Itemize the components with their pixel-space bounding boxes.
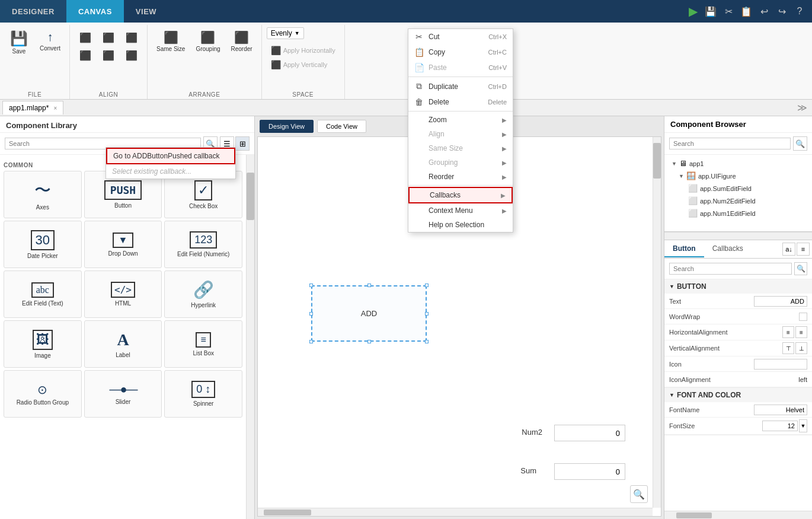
cm-callbacks[interactable]: Callbacks ▶ — [408, 187, 513, 203]
handle-ml[interactable] — [309, 312, 313, 316]
comp-browser-search-button[interactable]: 🔍 — [793, 136, 807, 151]
comp-browser-search-input[interactable] — [669, 138, 791, 149]
align-top-button[interactable]: ⬛ — [75, 47, 96, 63]
props-hscroll[interactable] — [664, 511, 812, 519]
callbacks-submenu-item1[interactable]: Go to ADDButtonPushed callback — [106, 148, 235, 164]
props-sort-az[interactable]: a↓ — [782, 243, 795, 256]
comp-item-axes[interactable]: 〜 Axes — [4, 171, 82, 218]
tree-item-num2edit[interactable]: ⬜ app.Num2EditField — [667, 195, 810, 207]
callbacks-submenu-item2[interactable]: Select existing callback... — [106, 164, 235, 179]
apply-h-button[interactable]: ⬛ Apply Horizontally — [267, 44, 340, 57]
cm-delete[interactable]: 🗑 Delete Delete — [408, 94, 513, 110]
fontname-prop-input[interactable] — [754, 405, 807, 415]
cm-paste[interactable]: 📄 Paste Ctrl+V — [408, 60, 513, 75]
tab-canvas[interactable]: CANVAS — [66, 0, 124, 23]
comp-item-datepicker[interactable]: 30 Date Picker — [4, 221, 82, 268]
handle-mr[interactable] — [425, 312, 429, 316]
num2-input[interactable]: 0 — [554, 425, 625, 441]
code-view-button[interactable]: Code View — [317, 120, 366, 133]
comp-item-image[interactable]: 🖼 Image — [4, 320, 82, 368]
design-view-button[interactable]: Design View — [260, 120, 314, 133]
halign-left-btn[interactable]: ≡ — [782, 326, 794, 338]
add-button-element[interactable]: ADD — [311, 285, 427, 342]
icon-prop-input[interactable] — [754, 359, 807, 370]
props-search-button[interactable]: 🔍 — [794, 262, 807, 275]
tree-item-sumedit[interactable]: ⬜ app.SumEditField — [667, 182, 810, 195]
handle-tr[interactable] — [425, 284, 429, 287]
cm-context-menu[interactable]: Context Menu ▶ — [408, 203, 513, 218]
props-tab-callbacks[interactable]: Callbacks — [704, 241, 752, 257]
comp-item-label[interactable]: A Label — [84, 320, 162, 368]
valign-center-btn[interactable]: ⊥ — [795, 342, 807, 354]
sum-input[interactable]: 0 — [554, 463, 625, 480]
same-size-button[interactable]: ⬛ Same Size — [152, 27, 189, 55]
tree-item-uifigure[interactable]: ▼ 🪟 app.UIFigure — [667, 170, 810, 182]
copy-toolbar-button[interactable]: 📋 — [739, 4, 754, 19]
reorder-button[interactable]: ⬛ Reorder — [227, 27, 257, 55]
cm-grouping[interactable]: Grouping ▶ — [408, 155, 513, 170]
save-button[interactable]: 💾 Save — [5, 27, 33, 58]
apply-v-button[interactable]: ⬛ Apply Vertically — [267, 58, 340, 71]
cut-toolbar-button[interactable]: ✂ — [721, 4, 736, 19]
fontsize-prop-input[interactable] — [762, 421, 798, 431]
tree-item-app1[interactable]: ▼ 🖥 app1 — [667, 157, 810, 170]
align-left-button[interactable]: ⬛ — [75, 30, 96, 46]
save-toolbar-button[interactable]: 💾 — [703, 4, 718, 19]
cm-help[interactable]: Help on Selection — [408, 218, 513, 232]
comp-item-spinner[interactable]: 0 ↕ Spinner — [164, 370, 242, 418]
handle-tl[interactable] — [309, 284, 313, 287]
props-search-input[interactable] — [669, 263, 792, 275]
props-section-font-header[interactable]: ▼ FONT AND COLOR — [664, 388, 812, 402]
handle-bm[interactable] — [367, 340, 371, 343]
comp-item-editfield-text[interactable]: abc Edit Field (Text) — [4, 270, 82, 318]
space-dropdown[interactable]: Evenly ▼ — [267, 27, 304, 39]
tree-item-num1edit[interactable]: ⬜ app.Num1EditField — [667, 207, 810, 219]
handle-br[interactable] — [425, 340, 429, 343]
comp-item-slider[interactable]: —●— Slider — [84, 370, 162, 418]
comp-item-editfield-num[interactable]: 123 Edit Field (Numeric) — [164, 221, 242, 268]
canvas-hscroll[interactable] — [258, 508, 653, 516]
tree-hscroll[interactable] — [664, 232, 812, 240]
file-tab-close[interactable]: × — [53, 105, 57, 112]
handle-tm[interactable] — [367, 284, 371, 287]
comp-item-dropdown[interactable]: ▼ Drop Down — [84, 221, 162, 268]
canvas-vscroll[interactable] — [653, 137, 661, 508]
cm-copy[interactable]: 📋 Copy Ctrl+C — [408, 44, 513, 60]
props-tab-button[interactable]: Button — [664, 241, 704, 257]
align-right-button[interactable]: ⬛ — [121, 30, 142, 46]
props-sort-cat[interactable]: ≡ — [797, 243, 810, 256]
cm-cut[interactable]: ✂ Cut Ctrl+X — [408, 29, 513, 44]
zoom-button[interactable]: 🔍 — [630, 485, 648, 503]
props-section-button-header[interactable]: ▼ BUTTON — [664, 279, 812, 294]
handle-bl[interactable] — [309, 340, 313, 343]
align-bottom-button[interactable]: ⬛ — [121, 47, 142, 63]
grid-view-button[interactable]: ⊞ — [235, 136, 250, 151]
comp-item-hyperlink[interactable]: 🔗 Hyperlink — [164, 270, 242, 318]
tab-bar-expand[interactable]: ≫ — [797, 102, 812, 113]
comp-item-listbox[interactable]: ≡ List Box — [164, 320, 242, 368]
cm-align[interactable]: Align ▶ — [408, 127, 513, 141]
grouping-button[interactable]: ⬛ Grouping — [191, 27, 224, 55]
help-toolbar-button[interactable]: ? — [792, 4, 807, 19]
valign-top-btn[interactable]: ⊤ — [782, 342, 794, 354]
wordwrap-checkbox[interactable] — [799, 313, 807, 321]
cm-same-size[interactable]: Same Size ▶ — [408, 141, 513, 155]
align-middle-button[interactable]: ⬛ — [98, 47, 119, 63]
convert-button[interactable]: ↑ Convert — [36, 27, 65, 55]
cm-reorder[interactable]: Reorder ▶ — [408, 170, 513, 184]
fontsize-dropdown-btn[interactable]: ▼ — [799, 419, 807, 432]
redo-toolbar-button[interactable]: ↪ — [774, 4, 789, 19]
cm-duplicate[interactable]: ⧉ Duplicate Ctrl+D — [408, 78, 513, 94]
tab-designer[interactable]: DESIGNER — [0, 0, 66, 23]
run-button[interactable]: ▶ — [685, 4, 701, 19]
text-prop-input[interactable] — [754, 296, 807, 307]
align-center-button[interactable]: ⬛ — [98, 30, 119, 46]
undo-toolbar-button[interactable]: ↩ — [756, 4, 772, 19]
comp-library-scrollbar[interactable] — [246, 155, 254, 519]
halign-center-btn[interactable]: ≡ — [795, 326, 807, 338]
comp-item-radiobtn[interactable]: ⊙ Radio Button Group — [4, 370, 82, 418]
tab-view[interactable]: VIEW — [124, 0, 168, 23]
cm-zoom[interactable]: Zoom ▶ — [408, 113, 513, 127]
file-tab-app1[interactable]: app1.mlapp* × — [2, 101, 63, 114]
comp-item-html[interactable]: </> HTML — [84, 270, 162, 318]
